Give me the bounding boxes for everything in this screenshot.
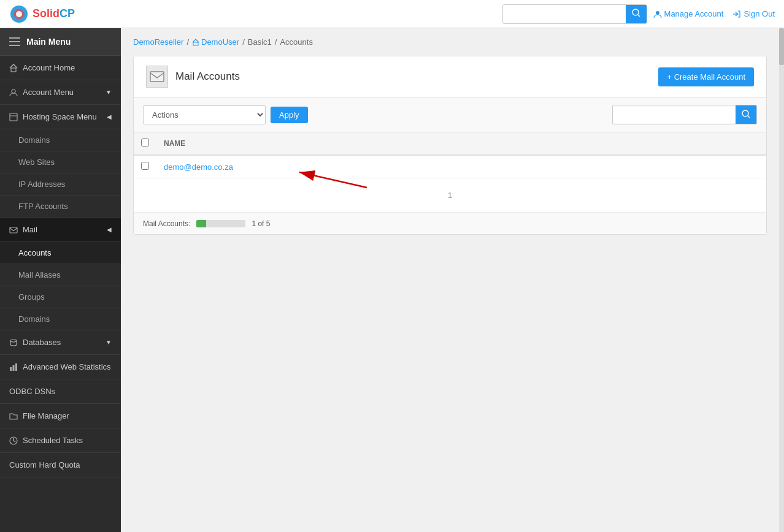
- breadcrumb-sep-2: /: [242, 37, 245, 47]
- sidebar-item-domains[interactable]: Domains: [0, 129, 121, 151]
- sidebar-item-custom-hard-quota[interactable]: Custom Hard Quota: [0, 453, 121, 477]
- svg-line-24: [748, 116, 750, 118]
- svg-rect-15: [10, 367, 12, 371]
- sidebar-item-groups[interactable]: Groups: [0, 286, 121, 308]
- sidebar-item-odbc-dsns-label: ODBC DSNs: [9, 387, 55, 396]
- manage-account-link[interactable]: Manage Account: [653, 9, 724, 18]
- top-search-input[interactable]: [503, 6, 626, 21]
- sidebar-item-web-sites-label: Web Sites: [18, 158, 55, 167]
- top-search-button[interactable]: [626, 5, 647, 23]
- sidebar: Main Menu Account Home Account Menu ▼ Ho…: [0, 28, 121, 532]
- sidebar-item-file-manager[interactable]: File Manager: [0, 404, 121, 428]
- mail-accounts-icon: [146, 66, 168, 88]
- sidebar-item-domains-label: Domains: [18, 135, 50, 145]
- page-scrollbar[interactable]: [779, 28, 784, 532]
- sidebar-item-hosting-space-menu-label: Hosting Space Menu: [23, 112, 97, 121]
- svg-rect-21: [193, 42, 198, 45]
- svg-line-3: [638, 15, 640, 17]
- sidebar-item-custom-hard-quota-label: Custom Hard Quota: [9, 460, 80, 469]
- svg-rect-22: [150, 72, 164, 82]
- main-content: DemoReseller / DemoUser / Basic1 / Accou…: [121, 28, 779, 532]
- sidebar-item-advanced-web-statistics[interactable]: Advanced Web Statistics: [0, 355, 121, 379]
- sidebar-item-mail-domains[interactable]: Domains: [0, 308, 121, 330]
- quota-bar: [196, 220, 245, 227]
- breadcrumb: DemoReseller / DemoUser / Basic1 / Accou…: [133, 37, 767, 47]
- email-link[interactable]: demo@demo.co.za: [164, 162, 233, 172]
- sidebar-item-databases-label: Databases: [23, 338, 61, 347]
- row-email-cell: demo@demo.co.za: [156, 155, 766, 178]
- main-menu-header: Main Menu: [0, 28, 121, 56]
- sign-out-link[interactable]: Sign Out: [732, 9, 775, 18]
- svg-rect-11: [10, 113, 17, 121]
- sidebar-item-mail-label: Mail: [23, 225, 37, 234]
- breadcrumb-accounts: Accounts: [280, 37, 312, 47]
- select-all-checkbox[interactable]: [141, 139, 149, 146]
- footer-label: Mail Accounts:: [143, 219, 190, 228]
- sidebar-item-account-home[interactable]: Account Home: [0, 56, 121, 80]
- sidebar-item-databases[interactable]: Databases ▼: [0, 330, 121, 355]
- actions-select[interactable]: Actions: [143, 105, 266, 124]
- sidebar-item-mail-domains-label: Domains: [18, 314, 50, 324]
- col-checkbox-header: [134, 132, 156, 155]
- sidebar-item-mail-aliases[interactable]: Mail Aliases: [0, 264, 121, 286]
- sidebar-item-accounts[interactable]: Accounts: [0, 242, 121, 264]
- svg-point-1: [16, 11, 22, 17]
- top-search-bar: [502, 4, 647, 24]
- sidebar-item-scheduled-tasks-label: Scheduled Tasks: [23, 436, 83, 445]
- sidebar-item-ftp-accounts[interactable]: FTP Accounts: [0, 196, 121, 218]
- logo-text: SolidCP: [33, 7, 75, 20]
- page-scrollbar-thumb[interactable]: [779, 28, 784, 65]
- sidebar-item-groups-label: Groups: [18, 292, 45, 302]
- actions-bar: Actions Apply: [134, 97, 766, 132]
- table-search-button[interactable]: [736, 105, 756, 124]
- sidebar-item-odbc-dsns[interactable]: ODBC DSNs: [0, 379, 121, 404]
- sidebar-item-hosting-space-menu[interactable]: Hosting Space Menu ◀: [0, 105, 121, 129]
- logo-area: SolidCP: [9, 4, 75, 24]
- sidebar-item-scheduled-tasks[interactable]: Scheduled Tasks: [0, 428, 121, 453]
- breadcrumb-demo-user[interactable]: DemoUser: [192, 37, 239, 47]
- apply-button[interactable]: Apply: [271, 107, 308, 123]
- create-mail-account-button[interactable]: + Create Mail Account: [658, 67, 754, 86]
- sidebar-item-ftp-accounts-label: FTP Accounts: [18, 202, 68, 211]
- breadcrumb-basic1: Basic1: [248, 37, 272, 47]
- breadcrumb-sep-1: /: [186, 37, 189, 47]
- svg-rect-9: [11, 68, 16, 72]
- sidebar-item-ip-addresses[interactable]: IP Addresses: [0, 173, 121, 196]
- accounts-table: NAME demo@demo.co.za: [134, 132, 766, 213]
- page-title: Mail Accounts: [175, 70, 240, 83]
- account-menu-chevron: ▼: [106, 89, 112, 96]
- svg-point-10: [12, 89, 15, 93]
- svg-point-23: [742, 110, 748, 116]
- svg-line-20: [13, 441, 15, 442]
- sidebar-item-mail[interactable]: Mail ◀: [0, 218, 121, 242]
- sidebar-item-account-home-label: Account Home: [23, 63, 75, 72]
- row-checkbox[interactable]: [141, 162, 149, 170]
- card-header: Mail Accounts + Create Mail Account: [134, 56, 766, 97]
- nav-links: Manage Account Sign Out: [653, 9, 775, 18]
- svg-point-2: [632, 9, 639, 15]
- col-name-header: NAME: [156, 132, 766, 155]
- table-search-bar: [612, 105, 757, 124]
- logo-icon: [9, 4, 29, 24]
- table-container: NAME demo@demo.co.za: [134, 132, 766, 213]
- row-checkbox-cell: [134, 155, 156, 178]
- table-search-input[interactable]: [613, 107, 736, 123]
- sidebar-item-mail-aliases-label: Mail Aliases: [18, 270, 61, 279]
- sidebar-item-account-menu[interactable]: Account Menu ▼: [0, 80, 121, 105]
- hosting-menu-chevron: ◀: [107, 113, 112, 120]
- breadcrumb-sep-3: /: [275, 37, 277, 47]
- breadcrumb-demo-reseller[interactable]: DemoReseller: [133, 37, 183, 47]
- main-menu-label: Main Menu: [26, 37, 71, 47]
- top-navbar: SolidCP Manage Account Sign Out: [0, 0, 784, 28]
- svg-point-14: [10, 340, 17, 342]
- sidebar-item-advanced-web-statistics-label: Advanced Web Statistics: [23, 362, 111, 371]
- sidebar-item-ip-addresses-label: IP Addresses: [18, 180, 65, 189]
- quota-text: 1 of 5: [252, 219, 270, 228]
- sidebar-item-web-sites[interactable]: Web Sites: [0, 151, 121, 173]
- quota-bar-fill: [196, 220, 206, 227]
- mail-chevron: ◀: [107, 226, 112, 233]
- sidebar-item-account-menu-label: Account Menu: [23, 88, 74, 97]
- actions-left: Actions Apply: [143, 105, 308, 124]
- table-footer: Mail Accounts: 1 of 5: [134, 213, 766, 234]
- table-row: demo@demo.co.za: [134, 155, 766, 178]
